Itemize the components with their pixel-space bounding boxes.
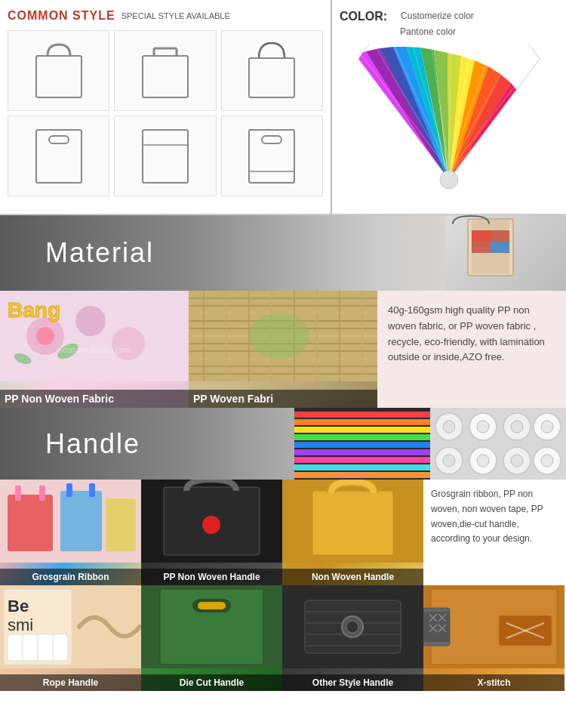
svg-point-79: [541, 421, 553, 433]
handle-title: Handle: [45, 428, 140, 460]
bag-item-2: [114, 30, 216, 111]
svg-point-77: [511, 421, 523, 433]
bag-item-6: [221, 116, 323, 196]
pantone-fan-svg: [351, 44, 547, 195]
handle-description: Grosgrain ribbon, PP non woven, non wove…: [423, 480, 564, 585]
handle-cell-otherstyle: Other Style Handle: [282, 585, 423, 691]
otherstyle-svg: [282, 585, 423, 668]
svg-rect-0: [36, 56, 82, 97]
handle-cell-label-diecut: Die Cut Handle: [141, 674, 282, 691]
nonwoven-pattern-svg: Bang: [0, 291, 189, 381]
handle-cell-ppnonwoven: PP Non Woven Handle: [141, 480, 282, 585]
bag-svg-4: [25, 122, 93, 190]
common-style-panel: COMMON STYLE SPECIAL STYLE AVAILABLE: [0, 0, 332, 214]
handle-cell-label-rope: Rope Handle: [0, 674, 141, 691]
common-style-header: COMMON STYLE SPECIAL STYLE AVAILABLE: [8, 9, 323, 23]
bag-item-3: [221, 30, 323, 111]
handle-rolls-img: [430, 408, 566, 480]
woven-pattern-svg: [189, 291, 377, 381]
material-header-section: Material: [0, 215, 566, 291]
svg-rect-4: [143, 56, 188, 97]
svg-rect-11: [262, 136, 281, 143]
handle-cell-label-grosgrain: Grosgrain Ribbon: [0, 569, 141, 585]
svg-point-73: [443, 421, 455, 433]
svg-rect-60: [249, 313, 309, 359]
grosgrain-svg: [0, 480, 141, 563]
material-img-nonwoven: Bang i-coming.alibaba.com PP Non Woven F…: [0, 291, 189, 408]
material-content: Bang i-coming.alibaba.com PP Non Woven F…: [0, 291, 566, 408]
rolls-svg: [430, 408, 566, 480]
diecut-svg: [141, 585, 282, 668]
svg-rect-92: [15, 486, 21, 501]
svg-point-36: [112, 327, 145, 360]
handle-cell-label-otherstyle: Other Style Handle: [282, 674, 423, 691]
svg-rect-65: [294, 434, 430, 440]
handle-ribbons-img: [294, 408, 430, 480]
material-img1-label: PP Non Woven Fabric: [0, 390, 189, 408]
material-bag-svg: [445, 215, 566, 291]
svg-rect-7: [49, 136, 69, 143]
common-style-title: COMMON STYLE: [8, 9, 115, 23]
color-label: COLOR:: [340, 10, 387, 23]
svg-rect-67: [294, 449, 430, 455]
svg-point-81: [443, 455, 455, 467]
color-section: COLOR: Customerize color Pantone color: [332, 0, 566, 214]
svg-rect-100: [312, 491, 393, 555]
svg-rect-112: [198, 602, 226, 609]
svg-point-75: [477, 421, 489, 433]
color-desc-1: Customerize color: [401, 9, 474, 23]
color-header: COLOR: Customerize color: [340, 9, 474, 23]
svg-rect-70: [294, 472, 430, 478]
handle-decorative-images: [294, 408, 566, 480]
svg-rect-95: [89, 483, 95, 497]
svg-rect-10: [249, 130, 294, 183]
svg-rect-69: [294, 464, 430, 470]
handle-cell-nonwoven: Non Woven Handle: [282, 480, 423, 585]
ppnonwoven-svg: [141, 480, 282, 563]
handle-cell-grosgrain: Grosgrain Ribbon: [0, 480, 141, 585]
svg-text:Be: Be: [8, 597, 29, 615]
bag-svg-2: [131, 37, 199, 105]
svg-rect-93: [39, 486, 45, 501]
svg-rect-90: [60, 491, 102, 551]
ribbons-svg: [294, 408, 430, 480]
svg-rect-31: [491, 242, 509, 253]
svg-rect-5: [249, 58, 294, 97]
material-description: 40g-160gsm high quality PP non woven fab…: [377, 291, 566, 408]
svg-rect-124: [423, 612, 450, 642]
svg-point-120: [346, 621, 358, 633]
handle-grid-row-1: Grosgrain Ribbon PP Non Woven Handle Non…: [0, 480, 566, 585]
svg-text:smi: smi: [8, 615, 33, 634]
top-section: COMMON STYLE SPECIAL STYLE AVAILABLE: [0, 0, 566, 215]
bag-svg-1: [25, 37, 93, 105]
svg-rect-66: [294, 442, 430, 448]
bag-item-1: [8, 30, 109, 111]
material-img2-label: PP Woven Fabri: [189, 390, 377, 408]
bag-grid: [8, 30, 323, 196]
handle-cell-xstitch: X-stitch: [423, 585, 564, 691]
svg-rect-94: [66, 483, 72, 497]
special-style-title: SPECIAL STYLE AVAILABLE: [122, 11, 230, 20]
handle-cell-label-ppnonwoven: PP Non Woven Handle: [141, 569, 282, 585]
svg-point-83: [477, 455, 489, 467]
svg-rect-8: [143, 130, 188, 183]
bag-svg-6: [238, 122, 306, 190]
xstitch-svg: [423, 585, 564, 668]
handle-cell-diecut: Die Cut Handle: [141, 585, 282, 691]
material-title: Material: [45, 237, 154, 269]
bag-svg-3: [238, 37, 306, 105]
watermark: i-coming.alibaba.com: [59, 345, 131, 353]
svg-point-87: [541, 455, 553, 467]
handle-cell-label-xstitch: X-stitch: [423, 674, 564, 691]
handle-cell-label-nonwoven: Non Woven Handle: [282, 569, 423, 585]
svg-point-98: [202, 516, 220, 534]
svg-rect-62: [294, 412, 430, 418]
material-bag-decorative: [445, 215, 566, 291]
handle-cell-rope: Be smi Rope Handle: [0, 585, 141, 691]
svg-rect-68: [294, 457, 430, 463]
svg-point-85: [511, 455, 523, 467]
svg-rect-30: [472, 230, 491, 242]
bag-item-4: [8, 116, 109, 196]
svg-point-35: [75, 306, 106, 336]
svg-text:Bang: Bang: [8, 298, 60, 322]
